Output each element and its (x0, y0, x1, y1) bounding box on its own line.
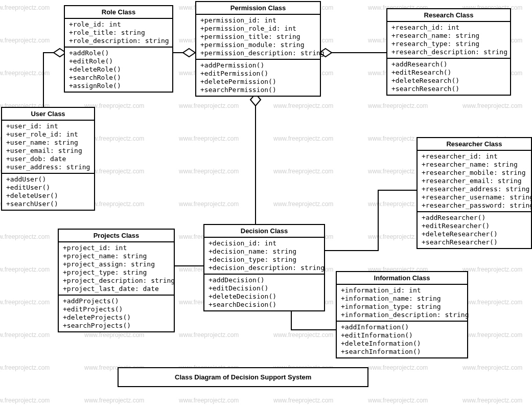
svg-marker-1 (183, 49, 195, 57)
class-member-row: +role_title: string (69, 29, 168, 37)
class-title: Projects Class (59, 230, 174, 242)
attributes: +permission_id: int+permission_role_id: … (196, 15, 320, 60)
class-researcher: Researcher Class +researcher_id: int+res… (417, 137, 532, 249)
class-title: Research Class (387, 9, 510, 22)
class-member-row: +decision_type: string (209, 256, 320, 264)
class-member-row: +information_description: string (341, 311, 463, 319)
class-member-row: +user_address: string (6, 163, 90, 171)
operations: +addProjects()+editProjects()+deleteProj… (59, 296, 174, 331)
class-member-row: +permission_title: string (200, 33, 316, 41)
class-member-row: +information_name: string (341, 295, 463, 303)
class-member-row: +addProjects() (63, 297, 170, 305)
class-member-row: +research_description: string (391, 48, 506, 56)
operations: +addUser()+editUser()+deleteUser()+searc… (2, 174, 94, 210)
class-member-row: +permission_description: string (200, 49, 316, 57)
class-member-row: +editProjects() (63, 305, 170, 313)
class-member-row: +assignRole() (69, 82, 168, 90)
class-projects: Projects Class +project_id: int+project_… (58, 229, 175, 332)
class-member-row: +editUser() (6, 184, 90, 192)
class-member-row: +editResearcher() (422, 222, 527, 230)
class-member-row: +searchResearcher() (422, 238, 527, 246)
class-member-row: +role_id: int (69, 20, 168, 29)
class-member-row: +deleteResearcher() (422, 230, 527, 238)
class-member-row: +searchInformation() (341, 348, 463, 356)
attributes: +decision_id: int+decision_name: string+… (204, 238, 324, 275)
class-member-row: +editPermission() (200, 70, 316, 78)
class-member-row: +addResearch() (391, 60, 506, 69)
class-member-row: +researcher_password: string (422, 201, 527, 210)
class-member-row: +research_name: string (391, 32, 506, 40)
class-member-row: +addInformation() (341, 323, 463, 331)
class-title: Permission Class (196, 2, 320, 15)
attributes: +researcher_id: int+researcher_name: str… (418, 151, 531, 212)
class-member-row: +searchPermission() (200, 86, 316, 94)
class-member-row: +editResearch() (391, 69, 506, 77)
class-permission: Permission Class +permission_id: int+per… (195, 1, 321, 97)
operations: +addRole()+editRole()+deleteRole()+searc… (65, 48, 172, 92)
class-member-row: +deletePermission() (200, 78, 316, 86)
operations: +addPermission()+editPermission()+delete… (196, 60, 320, 96)
class-member-row: +searchRole() (69, 74, 168, 82)
attributes: +project_id: int+project_name: string+pr… (59, 242, 174, 296)
class-member-row: +permission_role_id: int (200, 25, 316, 33)
class-member-row: +permission_id: int (200, 16, 316, 25)
class-member-row: +permission_module: string (200, 41, 316, 49)
class-member-row: +searchResearch() (391, 85, 506, 93)
operations: +addInformation()+editInformation()+dele… (337, 322, 467, 357)
class-member-row: +project_id: int (63, 244, 170, 252)
class-member-row: +deleteResearch() (391, 77, 506, 85)
class-title: Information Class (337, 272, 467, 285)
class-member-row: +searchUser() (6, 200, 90, 208)
operations: +addDecision()+editDecision()+deleteDeci… (204, 275, 324, 310)
attributes: +user_id: int+user_role_id: int+user_nam… (2, 121, 94, 174)
class-member-row: +researcher_username: string (422, 193, 527, 201)
class-title: Decision Class (204, 225, 324, 238)
class-member-row: +decision_description: string (209, 264, 320, 272)
class-member-row: +addResearcher() (422, 214, 527, 222)
class-member-row: +project_last_date: date (63, 285, 170, 293)
attributes: +role_id: int+role_title: string+role_de… (65, 19, 172, 48)
operations: +addResearcher()+editResearcher()+delete… (418, 212, 531, 248)
class-title: Researcher Class (418, 138, 531, 151)
class-member-row: +decision_name: string (209, 248, 320, 256)
class-member-row: +project_description: string (63, 277, 170, 285)
class-information: Information Class +information_id: int+i… (336, 271, 468, 358)
class-member-row: +project_name: string (63, 252, 170, 260)
class-member-row: +project_assign: string (63, 260, 170, 268)
diagram-canvas: www.freeprojectz.comwww.freeprojectz.com… (0, 0, 532, 405)
class-member-row: +researcher_mobile: string (422, 169, 527, 177)
class-title: User Class (2, 108, 94, 121)
diagram-caption: Class Diagram of Decision Support System (118, 367, 368, 387)
class-member-row: +searchDecision() (209, 301, 320, 309)
class-member-row: +deleteProjects() (63, 313, 170, 322)
class-member-row: +user_dob: date (6, 155, 90, 163)
class-research: Research Class +research_id: int+researc… (386, 8, 511, 96)
class-member-row: +deleteUser() (6, 192, 90, 200)
class-user: User Class +user_id: int+user_role_id: i… (1, 107, 95, 211)
class-member-row: +information_id: int (341, 286, 463, 295)
class-member-row: +role_description: string (69, 37, 168, 45)
class-member-row: +addUser() (6, 175, 90, 184)
class-title: Role Class (65, 6, 172, 19)
class-member-row: +researcher_email: string (422, 177, 527, 185)
class-member-row: +deleteInformation() (341, 340, 463, 348)
class-member-row: +user_role_id: int (6, 130, 90, 139)
class-member-row: +research_id: int (391, 24, 506, 32)
class-member-row: +user_id: int (6, 122, 90, 130)
class-member-row: +editRole() (69, 57, 168, 65)
class-member-row: +researcher_id: int (422, 152, 527, 161)
class-role: Role Class +role_id: int+role_title: str… (64, 5, 173, 93)
class-member-row: +editInformation() (341, 331, 463, 340)
class-member-row: +user_email: string (6, 147, 90, 155)
class-member-row: +project_type: string (63, 268, 170, 277)
class-member-row: +researcher_name: string (422, 161, 527, 169)
class-member-row: +editDecision() (209, 284, 320, 292)
class-member-row: +searchProjects() (63, 322, 170, 330)
operations: +addResearch()+editResearch()+deleteRese… (387, 59, 510, 95)
class-decision: Decision Class +decision_id: int+decisio… (203, 224, 325, 311)
attributes: +information_id: int+information_name: s… (337, 285, 467, 322)
class-member-row: +user_name: string (6, 139, 90, 147)
class-member-row: +research_type: string (391, 40, 506, 48)
class-member-row: +decision_id: int (209, 239, 320, 248)
attributes: +research_id: int+research_name: string+… (387, 22, 510, 59)
